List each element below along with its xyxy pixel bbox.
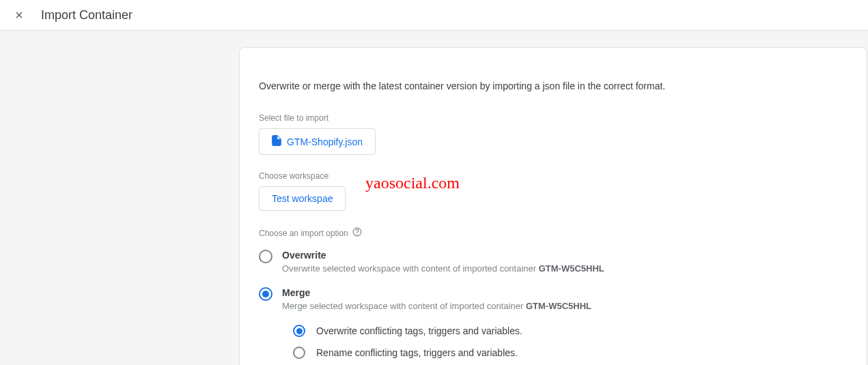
merge-sub-options: Overwrite conflicting tags, triggers and…: [293, 325, 848, 359]
import-option-label: Choose an import option: [259, 227, 848, 239]
merge-radio[interactable]: [259, 287, 272, 301]
close-button[interactable]: [11, 7, 27, 23]
merge-option[interactable]: Merge Merge selected workspace with cont…: [259, 287, 848, 311]
watermark-text: yaosocial.com: [365, 174, 460, 192]
file-icon: [272, 135, 281, 148]
sub-overwrite-option[interactable]: Overwrite conflicting tags, triggers and…: [293, 325, 848, 337]
overwrite-title: Overwrite: [282, 250, 848, 261]
workspace-select-button[interactable]: Test workspae: [259, 186, 346, 211]
svg-point-3: [356, 234, 357, 235]
overwrite-radio[interactable]: [259, 250, 272, 263]
instruction-text: Overwrite or merge with the latest conta…: [259, 81, 848, 91]
merge-title: Merge: [282, 287, 848, 298]
overwrite-container-id: GTM-W5C5HHL: [539, 263, 604, 274]
file-select-button[interactable]: GTM-Shopify.json: [259, 128, 376, 155]
close-icon: [14, 10, 25, 20]
overwrite-option[interactable]: Overwrite Overwrite selected workspace w…: [259, 250, 848, 274]
workspace-section-label: Choose workspace: [259, 171, 848, 181]
sub-overwrite-radio[interactable]: [293, 325, 305, 337]
dialog-title: Import Container: [41, 8, 132, 23]
sub-rename-radio[interactable]: [293, 347, 305, 359]
sub-rename-label: Rename conflicting tags, triggers and va…: [316, 347, 518, 358]
help-icon[interactable]: [352, 227, 362, 239]
selected-workspace: Test workspae: [272, 193, 333, 204]
content-area: Overwrite or merge with the latest conta…: [0, 31, 868, 365]
sub-overwrite-label: Overwrite conflicting tags, triggers and…: [316, 325, 522, 336]
merge-container-id: GTM-W5C5HHL: [526, 301, 591, 311]
selected-filename: GTM-Shopify.json: [287, 136, 363, 147]
dialog-header: Import Container: [0, 0, 868, 31]
overwrite-desc: Overwrite selected workspace with conten…: [282, 263, 848, 274]
import-card: Overwrite or merge with the latest conta…: [239, 47, 867, 365]
merge-desc: Merge selected workspace with content of…: [282, 301, 848, 311]
sub-rename-option[interactable]: Rename conflicting tags, triggers and va…: [293, 347, 848, 359]
file-section-label: Select file to import: [259, 113, 848, 123]
